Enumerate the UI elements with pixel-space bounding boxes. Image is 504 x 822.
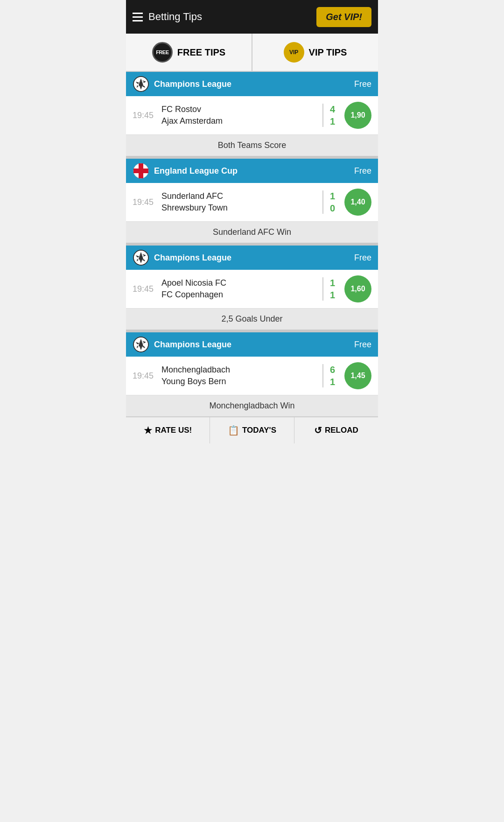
odds-badge-2[interactable]: 1,60 <box>344 275 371 302</box>
prediction-2: 2,5 Goals Under <box>126 308 378 330</box>
free-badge: FREE <box>152 42 173 63</box>
score-area-2: 1 1 <box>322 277 335 301</box>
league-icon-1 <box>133 162 149 179</box>
app-header: Betting Tips Get VIP! <box>126 0 378 34</box>
reload-label: RELOAD <box>325 426 358 435</box>
match-teams-3: Monchengladbach Young Boys Bern <box>161 365 318 386</box>
bottom-bar: ★ RATE US! 📋 TODAY'S ↺ RELOAD <box>126 416 378 443</box>
score-values-2: 1 1 <box>330 277 335 301</box>
match-block-0: Champions League Free 19:45 FC Rostov Aj… <box>126 72 378 159</box>
score-values-0: 4 1 <box>330 104 335 127</box>
match-block-2: Champions League Free 19:45 Apoel Nicosi… <box>126 246 378 332</box>
match-teams-2: Apoel Nicosia FC FC Copenhagen <box>161 278 318 300</box>
score2-3: 1 <box>330 376 335 387</box>
team2-2: FC Copenhagen <box>161 290 318 300</box>
league-icon-0 <box>133 76 149 92</box>
match-row-0[interactable]: 19:45 FC Rostov Ajax Amsterdam 4 1 1,90 <box>126 96 378 134</box>
get-vip-button[interactable]: Get VIP! <box>316 7 371 27</box>
vip-tab-label: VIP TIPS <box>309 47 347 58</box>
todays-button[interactable]: 📋 TODAY'S <box>210 417 294 443</box>
league-type-1: Free <box>354 166 371 176</box>
match-row-3[interactable]: 19:45 Monchengladbach Young Boys Bern 6 … <box>126 357 378 395</box>
league-header-1: England League Cup Free <box>126 159 378 183</box>
league-name-3: Champions League <box>154 340 231 350</box>
score1-1: 1 <box>330 190 335 202</box>
match-teams-1: Sunderland AFC Shrewsbury Town <box>161 191 318 213</box>
prediction-3: Monchengladbach Win <box>126 395 378 416</box>
match-block-1: England League Cup Free 19:45 Sunderland… <box>126 159 378 246</box>
score2-2: 1 <box>330 289 335 301</box>
league-icon-3 <box>133 336 149 353</box>
match-time-2: 19:45 <box>133 284 157 294</box>
league-name-0: Champions League <box>154 79 231 89</box>
score1-2: 1 <box>330 277 335 288</box>
score2-1: 0 <box>330 203 335 214</box>
rate-us-button[interactable]: ★ RATE US! <box>126 417 210 443</box>
team1-2: Apoel Nicosia FC <box>161 278 318 288</box>
app-title: Betting Tips <box>148 11 202 23</box>
match-time-3: 19:45 <box>133 371 157 381</box>
match-teams-0: FC Rostov Ajax Amsterdam <box>161 105 318 126</box>
tab-vip[interactable]: VIP VIP TIPS <box>252 34 378 71</box>
match-block-3: Champions League Free 19:45 Monchengladb… <box>126 332 378 416</box>
match-row-2[interactable]: 19:45 Apoel Nicosia FC FC Copenhagen 1 1… <box>126 270 378 308</box>
team2-0: Ajax Amsterdam <box>161 116 318 126</box>
score-area-1: 1 0 <box>322 190 335 214</box>
prediction-1: Sunderland AFC Win <box>126 221 378 243</box>
matches-container: Champions League Free 19:45 FC Rostov Aj… <box>126 72 378 416</box>
score1-0: 4 <box>330 104 335 115</box>
main-tabs: FREE FREE TIPS VIP VIP TIPS <box>126 34 378 72</box>
header-left: Betting Tips <box>133 11 202 23</box>
match-time-1: 19:45 <box>133 197 157 207</box>
team1-1: Sunderland AFC <box>161 191 318 201</box>
league-header-3: Champions League Free <box>126 332 378 357</box>
league-header-2: Champions League Free <box>126 246 378 270</box>
score-area-3: 6 1 <box>322 364 335 387</box>
score-values-3: 6 1 <box>330 364 335 387</box>
hamburger-menu[interactable] <box>133 13 143 21</box>
prediction-0: Both Teams Score <box>126 134 378 156</box>
match-row-1[interactable]: 19:45 Sunderland AFC Shrewsbury Town 1 0… <box>126 183 378 221</box>
score1-3: 6 <box>330 364 335 375</box>
score-area-0: 4 1 <box>322 104 335 127</box>
league-type-3: Free <box>354 340 371 350</box>
score-separator-3 <box>322 364 323 387</box>
odds-badge-0[interactable]: 1,90 <box>344 102 371 129</box>
reload-icon: ↺ <box>314 425 322 436</box>
rate-us-label: RATE US! <box>155 426 192 435</box>
todays-label: TODAY'S <box>242 426 276 435</box>
team2-3: Young Boys Bern <box>161 377 318 386</box>
vip-badge: VIP <box>284 42 304 63</box>
svg-rect-11 <box>139 163 143 178</box>
score2-0: 1 <box>330 116 335 127</box>
league-icon-2 <box>133 249 149 266</box>
league-type-0: Free <box>354 79 371 89</box>
score-separator-2 <box>322 277 323 301</box>
star-icon: ★ <box>144 425 152 436</box>
league-type-2: Free <box>354 253 371 263</box>
score-separator-1 <box>322 190 323 214</box>
team2-1: Shrewsbury Town <box>161 203 318 213</box>
score-separator-0 <box>322 104 323 127</box>
team1-3: Monchengladbach <box>161 365 318 375</box>
league-header-0: Champions League Free <box>126 72 378 96</box>
team1-0: FC Rostov <box>161 105 318 114</box>
odds-badge-1[interactable]: 1,40 <box>344 189 371 216</box>
odds-badge-3[interactable]: 1,45 <box>344 362 371 389</box>
tab-free[interactable]: FREE FREE TIPS <box>126 34 252 71</box>
list-icon: 📋 <box>228 425 239 436</box>
league-name-1: England League Cup <box>154 166 238 176</box>
free-tab-label: FREE TIPS <box>177 47 225 58</box>
reload-button[interactable]: ↺ RELOAD <box>294 417 378 443</box>
score-values-1: 1 0 <box>330 190 335 214</box>
league-name-2: Champions League <box>154 253 231 263</box>
match-time-0: 19:45 <box>133 111 157 120</box>
